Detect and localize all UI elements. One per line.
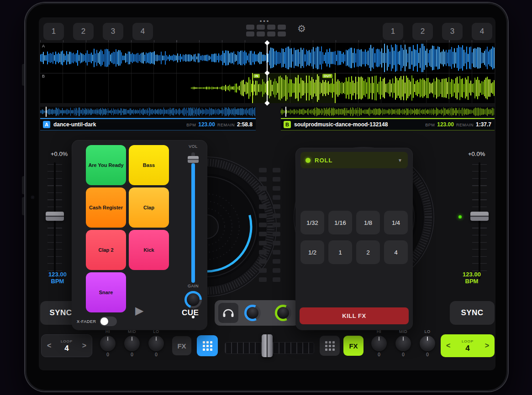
eq-mid-value: 0	[120, 352, 144, 357]
fx-option-1-2[interactable]: 1/2	[300, 240, 324, 264]
fx-option-1-16[interactable]: 1/16	[328, 211, 352, 234]
hotcue-a-4[interactable]: 4	[132, 23, 153, 40]
hotcue-b-4[interactable]: 4	[472, 23, 492, 40]
de ck-b-loop-label: LOOP	[462, 340, 474, 343]
deck-b-tempo-fader-handle[interactable]	[470, 212, 489, 221]
fx-option-1[interactable]: 1	[328, 240, 352, 264]
sampler-volume-label: VOL	[186, 144, 200, 149]
fx-mode-selector[interactable]: ROLL ▼	[300, 152, 408, 168]
hotcue-a-3[interactable]: 3	[103, 23, 123, 40]
fx-option-1-4[interactable]: 1/4	[384, 211, 408, 234]
deck-b-loop-increase-button[interactable]: >	[485, 342, 489, 350]
deck-b-tempo-unit: BPM	[459, 278, 485, 285]
sampler-pad[interactable]: Clap	[129, 187, 169, 228]
ipad-volume-down-button	[22, 197, 25, 215]
deck-b-eq-hi-knob[interactable]	[371, 336, 387, 351]
deck-b-loop-display[interactable]: LOOP 4	[462, 340, 474, 352]
deck-b-bpm-label: BPM	[425, 123, 435, 127]
deck-a-cue-button[interactable]: CUE	[182, 308, 199, 317]
deck-a-track-title: dance-until-dark	[53, 121, 186, 128]
hotcue-a-1[interactable]: 1	[43, 23, 64, 40]
sampler-gain-knob[interactable]	[184, 291, 202, 308]
sampler-pad-label: Snare	[99, 290, 113, 295]
deck-a-tempo-fader-handle[interactable]	[46, 212, 64, 221]
deck-a-loop-decrease-button[interactable]: <	[47, 342, 51, 350]
cue-mix-knob-a[interactable]	[244, 305, 261, 321]
sampler-volume-slider[interactable]	[191, 152, 195, 283]
deck-b-track-info: B soulprodmusic-dance-mood-132148 BPM 12…	[281, 118, 495, 130]
deck-a-loop-control: < LOOP 4 >	[41, 334, 92, 357]
deck-b-eq-lo-knob[interactable]	[420, 336, 435, 351]
deck-b-track-title: soulprodmusic-dance-mood-132148	[294, 121, 425, 128]
deck-a-tempo-display: 123.00 BPM	[45, 271, 70, 285]
deck-b-sync-button[interactable]: SYNC	[450, 301, 495, 325]
deck-b-pads-button[interactable]	[320, 336, 340, 356]
sampler-xfader-label: X-FADER	[77, 319, 96, 324]
deck-a-loop-increase-button[interactable]: >	[82, 342, 86, 350]
sampler-pad[interactable]: Kick	[129, 230, 169, 270]
deck-b-tempo-display: 123.00 BPM	[459, 271, 485, 285]
deck-a-remain-label: REMAIN	[217, 123, 235, 127]
deck-b-eq-mid-knob[interactable]	[395, 336, 411, 351]
hotcue-b-2[interactable]: 2	[412, 23, 433, 40]
sampler-xfader-toggle[interactable]	[100, 317, 117, 326]
eq-hi-label: HI	[95, 329, 120, 334]
hotcue-a-2[interactable]: 2	[73, 23, 94, 40]
fx-option-1-8[interactable]: 1/8	[356, 211, 380, 234]
deck-a-pads-button[interactable]	[197, 335, 218, 356]
sampler-pad[interactable]: Snare	[86, 272, 126, 312]
deck-b-pitch-readout: +0.0%	[468, 151, 485, 157]
fx-option-4[interactable]: 4	[384, 240, 408, 264]
deck-a-track-overview[interactable]	[40, 107, 256, 117]
deck-a-bpm-label: BPM	[186, 123, 196, 127]
deck-a-eq-hi-knob[interactable]	[100, 336, 116, 351]
sampler-pad[interactable]: Clap 2	[86, 230, 126, 270]
headphone-cue-button[interactable]	[218, 303, 238, 323]
sampler-pad-label: Clap 2	[98, 247, 113, 253]
eq-hi-value: 0	[95, 352, 120, 357]
deck-a-loop-display[interactable]: LOOP 4	[61, 340, 73, 352]
deck-b-track-overview[interactable]	[281, 107, 495, 117]
deck-b-loop-decrease-button[interactable]: <	[446, 342, 450, 350]
sampler-pad[interactable]: Cash Register	[86, 187, 126, 228]
eq-lo-label: LO	[144, 329, 169, 334]
fx-option-1-32[interactable]: 1/32	[300, 211, 324, 234]
deck-a-fx-button[interactable]: FX	[172, 336, 191, 355]
deck-a-eq-mid-knob[interactable]	[124, 336, 140, 351]
sampler-panel: Are You Ready Bass Cash Register Clap Cl…	[72, 140, 207, 330]
library-grid-icon[interactable]	[246, 25, 286, 36]
deck-a-play-button[interactable]: ▶	[135, 304, 143, 317]
dj-app-screen: 1 2 3 4 ••• ⚙ 1 2 3 4 A B IN	[39, 17, 495, 370]
deck-a-eq-lo-knob[interactable]	[148, 336, 164, 351]
loop-out-marker	[335, 73, 336, 103]
pads-grid-icon	[203, 341, 212, 351]
front-camera	[31, 196, 34, 199]
deck-a-tempo-fader[interactable]	[45, 162, 65, 279]
deck-b-badge: B	[284, 121, 291, 128]
crossfader-handle[interactable]	[262, 334, 273, 357]
kill-fx-button[interactable]: KILL FX	[300, 307, 409, 324]
sampler-pad[interactable]: Are You Ready	[86, 145, 126, 185]
menu-dots-icon[interactable]: •••	[254, 18, 276, 25]
sampler-pad-label: Cash Register	[89, 205, 123, 210]
deck-b-loop-control: < LOOP 4 >	[441, 334, 495, 357]
deck-b-fx-button[interactable]: FX	[343, 336, 363, 356]
deck-a-loop-label: LOOP	[61, 340, 73, 343]
cue-mix-knob-b[interactable]	[275, 305, 291, 321]
hotcue-b-3[interactable]: 3	[442, 23, 463, 40]
deck-b-remain-value: 1:37.7	[476, 121, 491, 128]
deck-a-track-info: A dance-until-dark BPM 123.00 REMAIN 2:5…	[40, 118, 256, 130]
deck-b-tempo-fader[interactable]	[469, 162, 490, 279]
fx-option-2[interactable]: 2	[356, 240, 380, 264]
deck-b-overview-position	[285, 107, 286, 117]
hotcue-b-1[interactable]: 1	[383, 23, 403, 40]
sampler-volume-handle[interactable]	[188, 156, 199, 163]
loop-in-label: IN	[253, 74, 260, 78]
deck-b-loop-value: 4	[462, 344, 474, 352]
sampler-pad-label: Are You Ready	[88, 162, 123, 168]
playhead-line	[267, 43, 268, 103]
eq-hi-label: HI	[367, 329, 391, 334]
ipad-frame: 1 2 3 4 ••• ⚙ 1 2 3 4 A B IN	[25, 3, 508, 391]
sampler-pad[interactable]: Bass	[129, 145, 169, 185]
settings-gear-icon[interactable]: ⚙	[297, 23, 306, 34]
